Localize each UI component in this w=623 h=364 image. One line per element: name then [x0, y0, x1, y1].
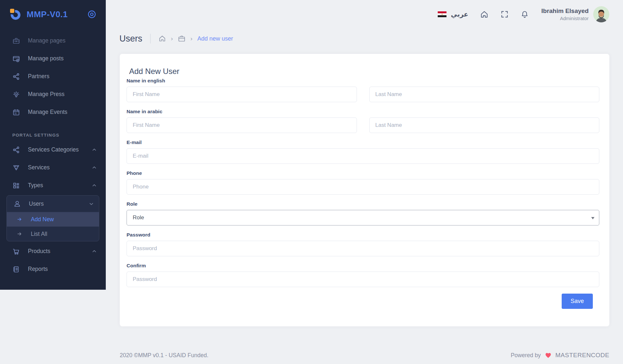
email-row: E-mail [127, 140, 599, 164]
user-icon [13, 200, 21, 208]
sidebar-subitem-label: Add New [31, 216, 54, 223]
brand-logo-icon [10, 8, 21, 20]
brand-title: MMP-V0.1 [27, 9, 82, 19]
name-english-row: Name in english [127, 78, 599, 102]
sidebar-item-label: Services Categories [28, 146, 79, 153]
home-icon[interactable] [480, 10, 489, 19]
arrow-right-icon [17, 231, 22, 237]
sidebar-group-users: Users Add New List All [6, 195, 99, 241]
fullscreen-icon[interactable] [500, 10, 509, 18]
post-add-icon [12, 55, 20, 63]
briefcase-icon [12, 37, 20, 45]
calendar-icon: 31 [12, 108, 20, 116]
sidebar: MMP-V0.1 Manage pages [0, 0, 106, 290]
home-crumb-icon[interactable] [158, 35, 166, 42]
briefcase-crumb-icon[interactable] [178, 35, 186, 42]
sidebar-item-label: Manage posts [28, 55, 64, 62]
select-arrow-icon [591, 217, 594, 219]
sidebar-item-label: Types [28, 182, 43, 189]
sidebar-item-manage-press[interactable]: Manage Press [0, 85, 106, 103]
phone-row: Phone [127, 170, 599, 195]
user-name: Ibrahim Elsayed [541, 7, 589, 15]
save-button[interactable]: Save [562, 294, 593, 309]
language-switcher[interactable]: عربي [438, 10, 468, 18]
sidebar-item-label: Partners [28, 73, 49, 80]
sidebar-item-products[interactable]: Products [0, 242, 106, 260]
last-name-arabic-input[interactable] [369, 117, 600, 133]
role-row: Role Role [127, 201, 599, 225]
footer: 2020 ©MMP v0.1 - USAID Funded. Powered b… [120, 352, 609, 359]
add-user-card: Add New User Name in english Name in ara… [120, 54, 609, 326]
company-name: MASTERENCODE [556, 352, 609, 359]
sidebar-item-manage-pages[interactable]: Manage pages [0, 32, 106, 50]
chevron-up-icon [92, 147, 97, 152]
phone-input[interactable] [127, 179, 599, 195]
first-name-arabic-input[interactable] [127, 117, 357, 133]
lightbulb-icon [12, 91, 20, 98]
breadcrumb-divider [150, 34, 151, 43]
sidebar-item-services[interactable]: Services [0, 159, 106, 176]
role-label: Role [127, 201, 599, 207]
egypt-flag-icon [438, 11, 446, 17]
user-menu[interactable]: Ibrahim Elsayed Administrator [541, 7, 589, 21]
sidebar-item-manage-posts[interactable]: Manage posts [0, 50, 106, 67]
sidebar-item-partners[interactable]: Partners [0, 67, 106, 85]
confirm-password-input[interactable] [127, 272, 599, 287]
chevron-up-icon [92, 165, 97, 170]
password-input[interactable] [127, 241, 599, 256]
confirm-row: Confirm [127, 263, 599, 287]
share-nodes-icon [12, 73, 20, 80]
confirm-label: Confirm [127, 263, 599, 269]
language-label: عربي [451, 10, 468, 18]
sidebar-item-add-new[interactable]: Add New [7, 212, 99, 226]
cart-icon [12, 248, 20, 255]
name-english-label: Name in english [127, 78, 599, 84]
avatar[interactable] [593, 6, 609, 22]
sidebar-item-list-all[interactable]: List All [7, 226, 99, 241]
last-name-english-input[interactable] [369, 87, 600, 102]
sidebar-item-label: Services [28, 164, 50, 171]
email-label: E-mail [127, 140, 599, 145]
sidebar-subitem-label: List All [31, 231, 47, 237]
sidebar-item-reports[interactable]: Reports [0, 260, 106, 278]
bell-icon[interactable] [520, 10, 529, 18]
app-root: MMP-V0.1 Manage pages [0, 0, 623, 364]
card-title: Add New User [129, 67, 599, 76]
sidebar-item-label: Reports [28, 266, 48, 273]
svg-text:31: 31 [15, 112, 17, 114]
password-row: Password [127, 232, 599, 256]
role-select[interactable]: Role [127, 210, 599, 225]
arrow-right-icon [17, 217, 22, 222]
sidebar-item-label: Manage Press [28, 91, 65, 98]
first-name-english-input[interactable] [127, 87, 357, 102]
chevron-down-icon [89, 201, 94, 206]
powered-by: Powered by MASTERENCODE [511, 352, 609, 359]
chevron-right-icon: › [190, 35, 192, 42]
page-title: Users [119, 34, 142, 44]
copyright-text: 2020 ©MMP v0.1 - USAID Funded. [120, 352, 208, 359]
sidebar-toggle-icon[interactable] [88, 10, 96, 18]
email-input[interactable] [127, 148, 599, 164]
sidebar-item-label: Users [29, 200, 44, 207]
sidebar-item-manage-events[interactable]: 31 Manage Events [0, 103, 106, 121]
chevron-up-icon [92, 183, 97, 188]
password-label: Password [127, 232, 599, 238]
powered-by-text: Powered by [511, 352, 541, 359]
chevron-up-icon [92, 249, 97, 254]
role-select-value: Role [133, 214, 144, 221]
sidebar-item-label: Manage Events [28, 109, 67, 115]
sidebar-item-services-categories[interactable]: Services Categories [0, 141, 106, 159]
sidebar-nav: Manage pages Manage posts [0, 29, 106, 278]
heart-icon [545, 353, 551, 358]
sidebar-section-label: PORTAL SETTINGS [0, 121, 106, 141]
main-area: عربي Ibrahim Elsayed Administr [106, 0, 623, 364]
name-arabic-row: Name in arabic [127, 109, 599, 133]
topbar: عربي Ibrahim Elsayed Administr [106, 0, 623, 29]
journal-icon [12, 265, 20, 273]
triangles-icon [12, 164, 20, 172]
sidebar-item-types[interactable]: Types [0, 176, 106, 194]
sidebar-item-users[interactable]: Users [7, 196, 99, 212]
phone-label: Phone [127, 170, 599, 176]
breadcrumb-current[interactable]: Add new user [197, 35, 233, 42]
user-role: Administrator [541, 16, 589, 21]
